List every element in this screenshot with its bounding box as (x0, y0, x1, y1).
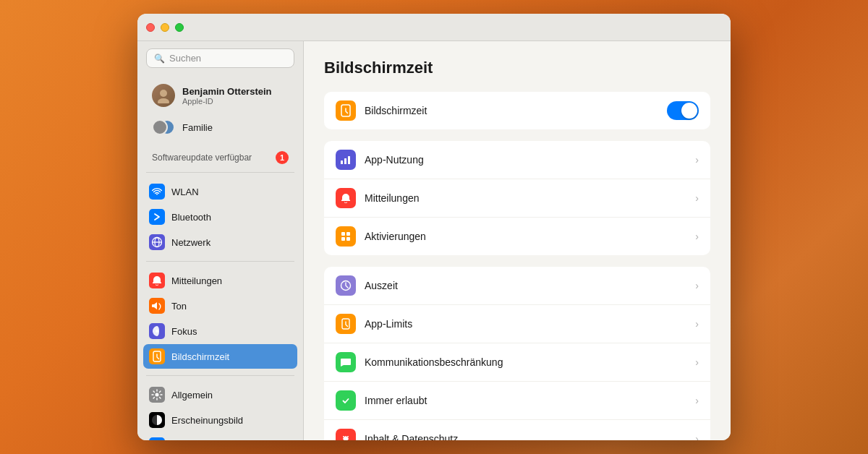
search-icon: 🔍 (154, 53, 165, 64)
immer-erlaubt-label: Immer erlaubt (365, 395, 695, 406)
chevron-aktivierungen: › (695, 231, 699, 242)
bildschirmzeit-row-icon (336, 100, 356, 121)
svg-point-5 (156, 330, 158, 333)
main-window: 🔍 Suchen Benjamin Otterstein Apple-ID (137, 14, 731, 440)
mitteilungen-content-icon (336, 188, 356, 208)
fokus-icon (149, 323, 165, 339)
sidebar-item-allgemein[interactable]: Allgemein (143, 382, 297, 407)
auszeit-label: Auszeit (365, 280, 695, 291)
user-subtitle: Apple-ID (182, 97, 272, 106)
chevron-inhalt: › (695, 433, 699, 440)
divider-1 (146, 172, 294, 173)
netzwerk-icon (149, 234, 165, 250)
mitteilungen-label: Mitteilungen (171, 275, 222, 286)
bildschirmzeit-toggle[interactable] (667, 101, 699, 120)
mitteilungen-row[interactable]: Mitteilungen › (324, 179, 710, 218)
app-nutzung-row[interactable]: App-Nutzung › (324, 141, 710, 179)
sidebar-item-bedienungshilfen[interactable]: Bedienungshilfen (143, 433, 297, 440)
main-content: 🔍 Suchen Benjamin Otterstein Apple-ID (137, 41, 731, 440)
app-nutzung-label: App-Nutzung (365, 154, 695, 166)
sidebar-item-ton[interactable]: Ton (143, 294, 297, 318)
chevron-app-limits: › (695, 318, 699, 330)
inhalt-label: Inhalt & Datenschutz (365, 433, 695, 440)
update-text: Softwareupdate verfügbar (152, 153, 252, 163)
update-banner[interactable]: Softwareupdate verfügbar 1 (146, 147, 294, 168)
erscheinungsbild-icon (149, 412, 165, 428)
aktivierungen-icon (336, 226, 356, 247)
family-item[interactable]: Familie (146, 114, 294, 140)
title-bar (137, 14, 731, 41)
sidebar-item-netzwerk[interactable]: Netzwerk (143, 230, 297, 254)
wlan-label: WLAN (171, 187, 199, 197)
divider-2 (146, 261, 294, 262)
user-info: Benjamin Otterstein Apple-ID (182, 86, 272, 106)
svg-rect-17 (344, 158, 346, 164)
sidebar-network-section: WLAN Bluetooth (137, 177, 303, 257)
svg-rect-19 (341, 232, 345, 236)
sidebar-item-erscheinungsbild[interactable]: Erscheinungsbild (143, 408, 297, 432)
aktivierungen-label: Aktivierungen (365, 231, 695, 242)
ton-icon (149, 298, 165, 314)
svg-rect-22 (346, 237, 350, 241)
search-box[interactable]: 🔍 Suchen (146, 48, 294, 68)
immer-erlaubt-row[interactable]: Immer erlaubt › (324, 382, 710, 420)
sidebar-item-bildschirmzeit[interactable]: Bildschirmzeit (143, 344, 297, 369)
close-button[interactable] (146, 23, 155, 32)
maximize-button[interactable] (175, 23, 184, 32)
traffic-lights (146, 23, 184, 32)
svg-point-7 (156, 393, 159, 397)
page-title: Bildschirmzeit (324, 59, 710, 77)
chevron-immer-erlaubt: › (695, 395, 699, 406)
ton-label: Ton (171, 301, 187, 312)
family-icon-1 (152, 119, 168, 135)
auszeit-icon (336, 275, 356, 296)
immer-erlaubt-icon (336, 390, 356, 411)
toggle-knob (681, 103, 697, 119)
svg-point-1 (158, 98, 169, 103)
svg-point-25 (341, 395, 351, 406)
wlan-icon (149, 184, 165, 200)
sidebar-item-wlan[interactable]: WLAN (143, 179, 297, 204)
bildschirmzeit-toggle-label: Bildschirmzeit (365, 105, 667, 116)
chevron-kommunikation: › (695, 356, 699, 368)
kommunikation-row[interactable]: Kommunikationsbeschränkung › (324, 343, 710, 382)
content-area: Bildschirmzeit Bildschirmzeit (304, 41, 731, 440)
sidebar-system-section: Allgemein Erscheinungsbild (137, 380, 303, 440)
mitteilungen-icon (149, 273, 165, 288)
chevron-mitteilungen: › (695, 192, 699, 204)
sidebar-item-mitteilungen[interactable]: Mitteilungen (143, 268, 297, 293)
app-limits-row[interactable]: App-Limits › (324, 305, 710, 343)
mitteilungen-content-label: Mitteilungen (365, 192, 695, 204)
inhalt-row[interactable]: Inhalt & Datenschutz › (324, 420, 710, 440)
sidebar: 🔍 Suchen Benjamin Otterstein Apple-ID (137, 41, 304, 440)
svg-rect-18 (348, 156, 350, 164)
bildschirmzeit-sidebar-icon (149, 348, 165, 364)
main-toggle-group: Bildschirmzeit (324, 92, 710, 129)
kommunikation-label: Kommunikationsbeschränkung (365, 356, 695, 368)
chevron-app-nutzung: › (695, 154, 699, 166)
family-icons (152, 119, 175, 136)
bluetooth-label: Bluetooth (171, 212, 211, 223)
sidebar-item-fokus[interactable]: Fokus (143, 319, 297, 343)
avatar (152, 84, 175, 107)
bedienungshilfen-icon (149, 437, 165, 440)
minimize-button[interactable] (161, 23, 169, 32)
settings-group-1: App-Nutzung › Mitteilungen › (324, 141, 710, 255)
inhalt-icon (336, 429, 356, 440)
bedienungshilfen-label: Bedienungshilfen (171, 440, 244, 441)
user-profile-item[interactable]: Benjamin Otterstein Apple-ID (146, 80, 294, 111)
bluetooth-icon (149, 209, 165, 225)
settings-group-2: Auszeit › App-Limits › (324, 267, 710, 440)
auszeit-row[interactable]: Auszeit › (324, 267, 710, 305)
app-limits-icon (336, 314, 356, 334)
kommunikation-icon (336, 352, 356, 372)
sidebar-item-bluetooth[interactable]: Bluetooth (143, 205, 297, 229)
chevron-auszeit: › (695, 280, 699, 291)
bildschirmzeit-toggle-row[interactable]: Bildschirmzeit (324, 92, 710, 129)
netzwerk-label: Netzwerk (171, 237, 210, 248)
user-section: Benjamin Otterstein Apple-ID Familie (137, 75, 303, 145)
svg-rect-20 (346, 232, 350, 236)
aktivierungen-row[interactable]: Aktivierungen › (324, 218, 710, 255)
app-nutzung-icon (336, 150, 356, 170)
divider-3 (146, 375, 294, 376)
